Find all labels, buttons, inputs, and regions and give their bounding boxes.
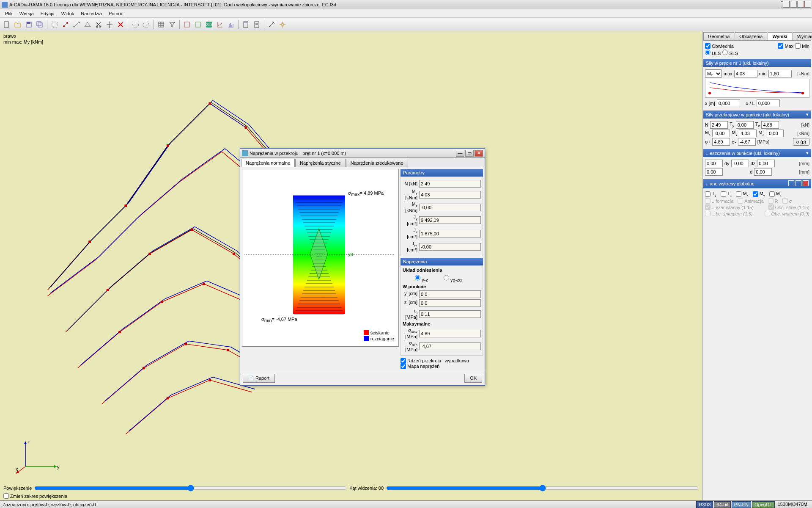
wmy-check[interactable] bbox=[753, 191, 758, 197]
dlg-si-input[interactable] bbox=[419, 310, 481, 318]
stress-view[interactable]: σmax= 4,89 MPa σmin= -4,67 MPa y0 ściska… bbox=[242, 169, 399, 347]
tab-wymiarowanie[interactable]: Wymiarowanie bbox=[793, 32, 812, 40]
toolbar-opt2-icon[interactable] bbox=[790, 1, 797, 8]
menu-edycja[interactable]: Edycja bbox=[37, 10, 58, 17]
move-icon[interactable] bbox=[104, 19, 115, 30]
undo-icon[interactable] bbox=[130, 19, 140, 30]
delete-icon[interactable] bbox=[115, 19, 126, 30]
dlg-tab-zredukowane[interactable]: Naprężenia zredukowane bbox=[346, 159, 408, 167]
dlg-n-input[interactable] bbox=[419, 180, 481, 188]
zoom-range-checkbox[interactable] bbox=[3, 493, 9, 499]
ok-button[interactable]: OK bbox=[464, 374, 482, 383]
max-checkbox[interactable] bbox=[778, 43, 783, 49]
report-icon[interactable] bbox=[252, 19, 262, 30]
wyk-btn3-icon[interactable] bbox=[803, 180, 809, 186]
dlg-jy-input[interactable] bbox=[419, 216, 481, 224]
menu-wersja[interactable]: Wersja bbox=[16, 10, 37, 17]
yz-radio[interactable] bbox=[415, 274, 420, 282]
wmx-check[interactable] bbox=[736, 191, 741, 197]
tab-wyniki[interactable]: Wyniki bbox=[768, 32, 792, 40]
filter-icon[interactable] bbox=[167, 19, 177, 30]
calculator-icon[interactable] bbox=[241, 19, 251, 30]
wyk-btn2-icon[interactable] bbox=[796, 180, 801, 186]
sp-input[interactable] bbox=[712, 138, 730, 146]
dlg-my-input[interactable] bbox=[419, 191, 481, 199]
wmz-check[interactable] bbox=[769, 191, 775, 197]
truss-icon[interactable] bbox=[82, 19, 93, 30]
mz-input[interactable] bbox=[766, 130, 784, 137]
open-file-icon[interactable] bbox=[13, 19, 23, 30]
dialog-min-button[interactable]: — bbox=[456, 150, 464, 157]
selection-icon[interactable] bbox=[49, 19, 60, 30]
rdzen-checkbox[interactable] bbox=[401, 358, 406, 364]
angle-slider[interactable] bbox=[386, 485, 699, 491]
dialog-close-button[interactable]: ✕ bbox=[475, 150, 483, 157]
d-input[interactable] bbox=[754, 168, 772, 176]
force-select[interactable]: Mᵧ bbox=[705, 69, 722, 78]
wyk-btn1-icon[interactable] bbox=[788, 180, 794, 186]
element-icon[interactable] bbox=[71, 19, 82, 30]
n-input[interactable] bbox=[710, 121, 728, 129]
view2-icon[interactable] bbox=[193, 19, 203, 30]
dlg-tab-normalne[interactable]: Naprężenia normalne bbox=[241, 159, 295, 167]
dx-input[interactable] bbox=[705, 160, 723, 167]
wtz-check[interactable] bbox=[721, 191, 726, 197]
dz-input[interactable] bbox=[757, 160, 775, 167]
xm-input[interactable] bbox=[717, 99, 740, 107]
ty-input[interactable] bbox=[736, 121, 754, 129]
grid-icon[interactable] bbox=[156, 19, 166, 30]
menu-plik[interactable]: Plik bbox=[2, 10, 16, 17]
dlg-jyz-input[interactable] bbox=[419, 243, 481, 251]
raport-button[interactable]: 📄 Raport bbox=[243, 374, 275, 383]
wty-check[interactable] bbox=[705, 191, 710, 197]
menu-pomoc[interactable]: Pomoc bbox=[105, 10, 126, 17]
dlg-smin-input[interactable] bbox=[419, 342, 481, 350]
xl-input[interactable] bbox=[757, 99, 780, 107]
diagram-icon[interactable] bbox=[226, 19, 236, 30]
dy-input[interactable] bbox=[731, 160, 749, 167]
ygzg-radio[interactable] bbox=[444, 274, 449, 282]
toolbar-opt1-icon[interactable] bbox=[783, 1, 790, 8]
tab-obciazenia[interactable]: Obciążenia bbox=[735, 32, 767, 40]
min-checkbox[interactable] bbox=[795, 43, 801, 49]
sls-radio[interactable] bbox=[722, 50, 728, 55]
max-input[interactable] bbox=[734, 70, 757, 77]
sigma-p-button[interactable]: σ (p) bbox=[793, 138, 809, 146]
d2-input[interactable] bbox=[705, 168, 723, 176]
save-icon[interactable] bbox=[24, 19, 34, 30]
dlg-zi-input[interactable] bbox=[419, 299, 481, 307]
settings-icon[interactable] bbox=[266, 19, 277, 30]
new-file-icon[interactable] bbox=[2, 19, 12, 30]
min-input[interactable] bbox=[768, 70, 792, 77]
dlg-yi-input[interactable] bbox=[419, 290, 481, 298]
dlg-jz-input[interactable] bbox=[419, 230, 481, 237]
cut-icon[interactable] bbox=[93, 19, 104, 30]
dialog-max-button[interactable]: ▭ bbox=[465, 150, 474, 157]
dlg-tab-styczne[interactable]: Naprężenia styczne bbox=[295, 159, 346, 167]
save-all-icon[interactable] bbox=[35, 19, 45, 30]
menu-widok[interactable]: Widok bbox=[58, 10, 78, 17]
sm-input[interactable] bbox=[738, 138, 756, 146]
menu-narzedzia[interactable]: Narzędzia bbox=[77, 10, 105, 17]
tools-icon[interactable] bbox=[277, 19, 288, 30]
tz-input[interactable] bbox=[761, 121, 779, 129]
expand2-icon[interactable]: ▾ bbox=[806, 150, 809, 156]
node-icon[interactable] bbox=[60, 19, 71, 30]
zoom-slider[interactable] bbox=[34, 485, 347, 491]
redo-icon[interactable] bbox=[141, 19, 151, 30]
mapa-checkbox[interactable] bbox=[401, 364, 406, 369]
chart-icon[interactable] bbox=[215, 19, 225, 30]
tab-geometria[interactable]: Geometria bbox=[703, 32, 734, 40]
dlg-mz-input[interactable] bbox=[419, 204, 481, 211]
view1-icon[interactable] bbox=[182, 19, 192, 30]
obwiednia-checkbox[interactable] bbox=[705, 43, 710, 49]
dlg-smax-input[interactable] bbox=[419, 330, 481, 337]
view3d-icon[interactable]: 3D bbox=[204, 19, 214, 30]
my-input[interactable] bbox=[739, 130, 757, 137]
toolbar-opt3-icon[interactable] bbox=[797, 1, 804, 8]
dialog-titlebar[interactable]: Naprężenia w przekroju - pręt nr 1 (x=0,… bbox=[240, 149, 485, 158]
expand-icon[interactable]: ▾ bbox=[806, 112, 809, 117]
uls-radio[interactable] bbox=[705, 50, 710, 55]
toolbar-opt4-icon[interactable] bbox=[804, 1, 811, 8]
mx-input[interactable] bbox=[712, 130, 730, 137]
